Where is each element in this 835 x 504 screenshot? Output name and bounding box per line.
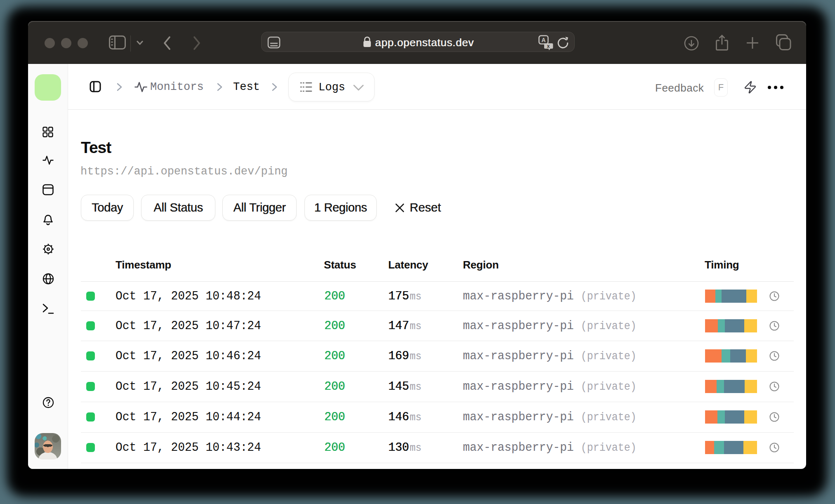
svg-text:x: x bbox=[547, 43, 550, 49]
svg-text:A: A bbox=[541, 37, 545, 43]
